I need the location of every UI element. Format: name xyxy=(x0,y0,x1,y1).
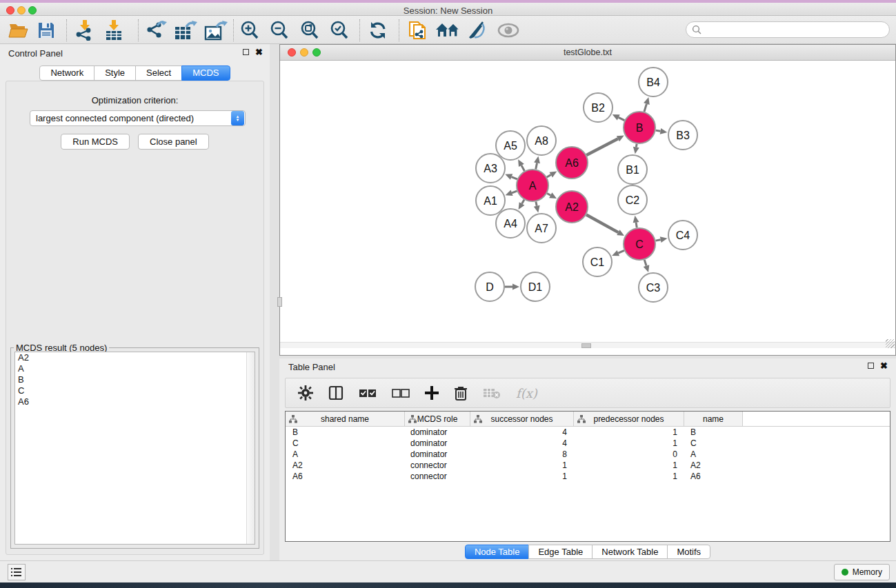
resize-grip[interactable] xyxy=(886,339,895,348)
graph-node-B3[interactable]: B3 xyxy=(668,121,697,150)
graph-node-B[interactable]: B xyxy=(624,112,655,143)
zoom-fit-icon[interactable] xyxy=(299,20,320,41)
scrollbar-handle[interactable] xyxy=(581,343,591,348)
export-table-icon[interactable] xyxy=(174,20,197,41)
splitter-handle[interactable] xyxy=(277,297,282,307)
tab-select[interactable]: Select xyxy=(135,65,182,81)
graph-node-A1[interactable]: A1 xyxy=(476,186,505,215)
refresh-icon[interactable] xyxy=(368,20,388,41)
tab-network[interactable]: Network xyxy=(39,65,94,81)
edge-arrowhead xyxy=(633,147,639,154)
network-canvas[interactable]: B4B2BB3A8A5A6A3B1AA1C2A2A4A7C4CC1C3DD1 xyxy=(280,61,895,349)
tab-edge-table[interactable]: Edge Table xyxy=(528,545,593,559)
result-list-item[interactable]: A2 xyxy=(15,352,255,363)
graph-node-C3[interactable]: C3 xyxy=(639,273,668,302)
clone-network-icon[interactable] xyxy=(407,20,429,41)
tab-network-table[interactable]: Network Table xyxy=(592,545,668,559)
search-input[interactable] xyxy=(701,25,874,34)
select-all-icon[interactable] xyxy=(359,388,377,398)
edge-arrowhead xyxy=(644,265,650,272)
graph-node-A7[interactable]: A7 xyxy=(527,214,556,243)
edge-arrowhead xyxy=(660,236,668,243)
save-session-icon[interactable] xyxy=(37,20,55,41)
table-row[interactable]: A6connector11A6 xyxy=(286,471,890,482)
zoom-selected-icon[interactable] xyxy=(329,20,350,41)
add-icon[interactable] xyxy=(425,386,439,400)
svg-text:A8: A8 xyxy=(535,135,548,147)
graph-node-A2[interactable]: A2 xyxy=(556,191,588,223)
result-list-item[interactable]: C xyxy=(15,385,255,396)
column-header-name[interactable]: name xyxy=(684,412,743,426)
table-row[interactable]: Cdominator41C xyxy=(286,438,890,449)
graph-node-A5[interactable]: A5 xyxy=(496,131,525,160)
graph-node-B2[interactable]: B2 xyxy=(584,93,613,122)
network-window-titlebar[interactable]: testGlobe.txt xyxy=(280,45,895,61)
column-header-MCDS-role[interactable]: MCDS role xyxy=(405,412,470,426)
task-history-button[interactable] xyxy=(8,564,26,580)
graph-node-A3[interactable]: A3 xyxy=(476,154,505,183)
float-panel-icon[interactable] xyxy=(868,363,874,369)
memory-button[interactable]: Memory xyxy=(834,564,890,580)
import-network-icon[interactable] xyxy=(74,20,95,41)
scrollbar[interactable] xyxy=(246,352,255,544)
tab-node-table[interactable]: Node Table xyxy=(465,545,530,559)
table-row[interactable]: A2connector11A2 xyxy=(286,460,890,471)
columns-icon[interactable] xyxy=(328,385,344,401)
graph-node-A6[interactable]: A6 xyxy=(556,147,588,179)
titlebar[interactable]: Session: New Session xyxy=(0,3,896,16)
deselect-all-icon[interactable] xyxy=(392,388,410,398)
close-panel-button[interactable]: Close panel xyxy=(138,134,209,150)
zoom-in-icon[interactable] xyxy=(239,20,260,41)
function-icon[interactable]: f(x) xyxy=(516,386,537,401)
graph-node-A4[interactable]: A4 xyxy=(496,209,525,238)
table-cell: connector xyxy=(405,460,470,471)
tab-mcds[interactable]: MCDS xyxy=(181,65,230,81)
graph-node-B4[interactable]: B4 xyxy=(639,68,668,97)
column-header-predecessor-nodes[interactable]: predecessor nodes xyxy=(574,412,684,426)
trash-icon[interactable] xyxy=(454,385,468,401)
search-field[interactable] xyxy=(686,21,890,38)
table-cell: dominator xyxy=(405,438,470,449)
delete-column-icon[interactable] xyxy=(483,387,501,399)
export-image-icon[interactable] xyxy=(204,20,228,41)
horizontal-scrollbar[interactable] xyxy=(280,342,895,348)
graph-node-D[interactable]: D xyxy=(475,272,504,301)
result-list-item[interactable]: A6 xyxy=(15,396,255,407)
graph-node-A8[interactable]: A8 xyxy=(527,126,556,155)
criterion-value: largest connected component (directed) xyxy=(30,113,231,123)
run-mcds-button[interactable]: Run MCDS xyxy=(61,134,130,150)
mcds-result-list[interactable]: A2ABCA6 xyxy=(14,352,255,545)
graph-node-B1[interactable]: B1 xyxy=(618,155,647,184)
import-table-icon[interactable] xyxy=(103,20,124,41)
column-header-shared-name[interactable]: shared name xyxy=(286,412,405,426)
graph-edge xyxy=(644,104,646,112)
eye-icon[interactable] xyxy=(497,20,520,41)
float-panel-icon[interactable] xyxy=(243,49,249,55)
graph-node-C1[interactable]: C1 xyxy=(583,247,612,276)
hide-annotations-icon[interactable] xyxy=(466,20,487,41)
result-list-item[interactable]: A xyxy=(15,363,255,374)
table-row[interactable]: Adominator80A xyxy=(286,449,890,460)
table-row[interactable]: Bdominator41B xyxy=(286,427,890,438)
close-panel-icon[interactable]: ✖ xyxy=(255,49,263,55)
tab-style[interactable]: Style xyxy=(94,65,136,81)
graph-node-C[interactable]: C xyxy=(624,228,655,260)
svg-text:B4: B4 xyxy=(646,77,660,88)
criterion-dropdown[interactable]: largest connected component (directed) ▲… xyxy=(30,110,246,126)
result-list-item[interactable]: B xyxy=(15,374,255,385)
graph-node-A[interactable]: A xyxy=(517,170,548,201)
graph-edge xyxy=(619,117,625,120)
zoom-out-icon[interactable] xyxy=(269,20,290,41)
column-header-successor-nodes[interactable]: successor nodes xyxy=(470,412,574,426)
graph-node-C4[interactable]: C4 xyxy=(668,221,697,250)
gear-icon[interactable] xyxy=(298,385,313,401)
open-file-icon[interactable] xyxy=(8,20,29,41)
graph-node-C2[interactable]: C2 xyxy=(618,185,647,214)
tab-motifs[interactable]: Motifs xyxy=(667,545,710,559)
svg-text:A: A xyxy=(529,180,537,192)
graph-node-D1[interactable]: D1 xyxy=(521,272,550,301)
home-icon[interactable] xyxy=(435,20,461,41)
export-network-icon[interactable] xyxy=(145,20,167,41)
close-panel-icon[interactable]: ✖ xyxy=(880,363,888,369)
table-cell: C xyxy=(286,438,405,449)
